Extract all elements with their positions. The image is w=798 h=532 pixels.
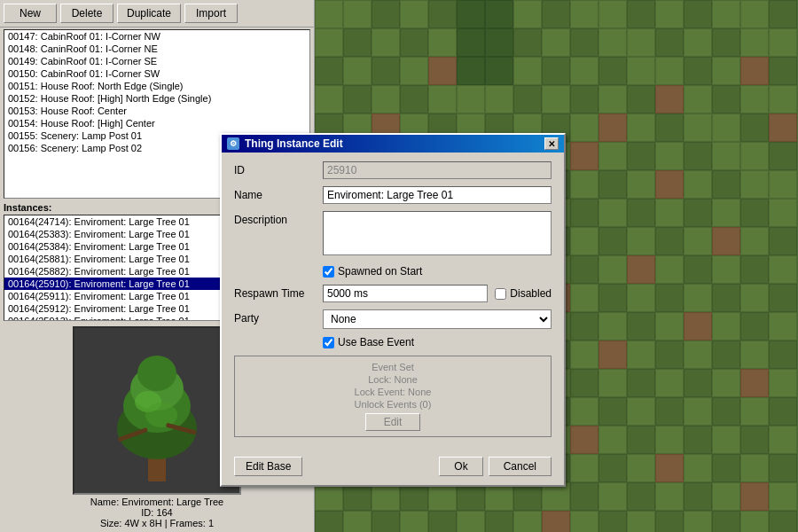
map-cell [343, 85, 372, 113]
party-label: Party [234, 309, 323, 325]
map-cell [712, 397, 740, 426]
map-cell [740, 454, 769, 482]
respawn-field[interactable] [323, 285, 488, 302]
map-cell [655, 340, 684, 369]
map-cell [740, 170, 769, 199]
map-cell [740, 426, 769, 454]
ok-button[interactable]: Ok [439, 457, 482, 476]
map-cell [655, 284, 684, 312]
party-row: Party None [234, 309, 552, 329]
map-cell [400, 28, 428, 57]
new-button[interactable]: New [4, 4, 57, 23]
event-set-unlock-events: Unlock Events (0) [240, 399, 545, 410]
map-cell [655, 511, 684, 532]
map-cell [684, 369, 712, 397]
party-select[interactable]: None [323, 309, 552, 329]
map-cell [740, 113, 769, 142]
map-cell [769, 170, 797, 199]
id-field[interactable] [323, 161, 552, 179]
tile-list-item[interactable]: 00147: CabinRoof 01: I-Corner NW [4, 30, 309, 43]
map-cell [570, 113, 598, 142]
map-cell [655, 57, 684, 85]
map-cell [457, 57, 485, 85]
preview-box [73, 326, 241, 495]
tile-list-item[interactable]: 00150: CabinRoof 01: I-Corner SW [4, 67, 309, 80]
map-cell [457, 85, 485, 113]
map-cell [372, 57, 400, 85]
event-edit-button[interactable]: Edit [365, 413, 421, 431]
map-cell [485, 511, 513, 532]
name-field-container [323, 186, 552, 204]
svg-point-7 [145, 403, 177, 427]
duplicate-button[interactable]: Duplicate [117, 4, 181, 23]
map-cell [684, 454, 712, 482]
map-cell [655, 28, 684, 57]
map-cell [315, 85, 343, 113]
use-base-event-checkbox[interactable] [323, 337, 334, 348]
map-cell [712, 227, 740, 255]
map-cell [712, 454, 740, 482]
map-cell [570, 511, 598, 532]
id-label: ID [234, 161, 323, 176]
name-field[interactable] [323, 186, 552, 204]
map-cell [740, 227, 769, 255]
description-field[interactable] [323, 211, 552, 255]
map-cell [684, 340, 712, 369]
tile-list-item[interactable]: 00151: House Roof: North Edge (Single) [4, 80, 309, 92]
map-cell [655, 454, 684, 482]
tile-list-item[interactable]: 00148: CaninRoof 01: I-Corner NE [4, 43, 309, 55]
tile-list-item[interactable]: 00152: House Roof: [High] North Edge (Si… [4, 92, 309, 105]
map-cell [598, 85, 627, 113]
map-cell [542, 511, 570, 532]
map-cell [372, 85, 400, 113]
map-cell [598, 255, 627, 284]
map-cell [684, 511, 712, 532]
map-cell [627, 85, 655, 113]
map-cell [769, 482, 797, 511]
edit-base-button[interactable]: Edit Base [234, 457, 302, 476]
svg-point-5 [137, 356, 176, 391]
map-cell [655, 482, 684, 511]
map-cell [542, 0, 570, 28]
map-cell [712, 511, 740, 532]
map-cell [513, 0, 542, 28]
map-cell [712, 85, 740, 113]
tile-list-item[interactable]: 00154: House Roof: [High] Center [4, 117, 309, 129]
map-cell [655, 199, 684, 227]
map-cell [428, 511, 457, 532]
map-cell [570, 340, 598, 369]
map-cell [627, 369, 655, 397]
delete-button[interactable]: Delete [60, 4, 113, 23]
spawned-checkbox[interactable] [323, 266, 334, 278]
map-cell [570, 227, 598, 255]
map-cell [627, 142, 655, 170]
thing-instance-edit-dialog: ⚙ Thing Instance Edit ✕ ID Name [220, 133, 566, 487]
party-select-container: None [323, 309, 552, 329]
description-field-container [323, 211, 552, 258]
map-cell [769, 454, 797, 482]
cancel-button[interactable]: Cancel [489, 457, 552, 476]
map-cell [343, 511, 372, 532]
map-cell [740, 511, 769, 532]
map-cell [655, 369, 684, 397]
map-cell [712, 142, 740, 170]
dialog-title: Thing Instance Edit [245, 137, 343, 150]
map-cell [769, 255, 797, 284]
tile-list-item[interactable]: 00153: House Roof: Center [4, 105, 309, 117]
tile-list-item[interactable]: 00149: CabinRoof 01: I-Corner SE [4, 55, 309, 67]
map-cell [315, 511, 343, 532]
disabled-label: Disabled [510, 287, 552, 300]
map-cell [740, 199, 769, 227]
map-cell [712, 340, 740, 369]
map-cell [712, 312, 740, 340]
map-cell [598, 482, 627, 511]
map-cell [712, 170, 740, 199]
import-button[interactable]: Import [184, 4, 238, 23]
map-cell [513, 57, 542, 85]
map-cell [712, 482, 740, 511]
map-cell [627, 255, 655, 284]
dialog-close-button[interactable]: ✕ [544, 137, 559, 150]
respawn-label: Respawn Time [234, 287, 323, 300]
disabled-checkbox[interactable] [495, 288, 506, 300]
map-cell [570, 369, 598, 397]
